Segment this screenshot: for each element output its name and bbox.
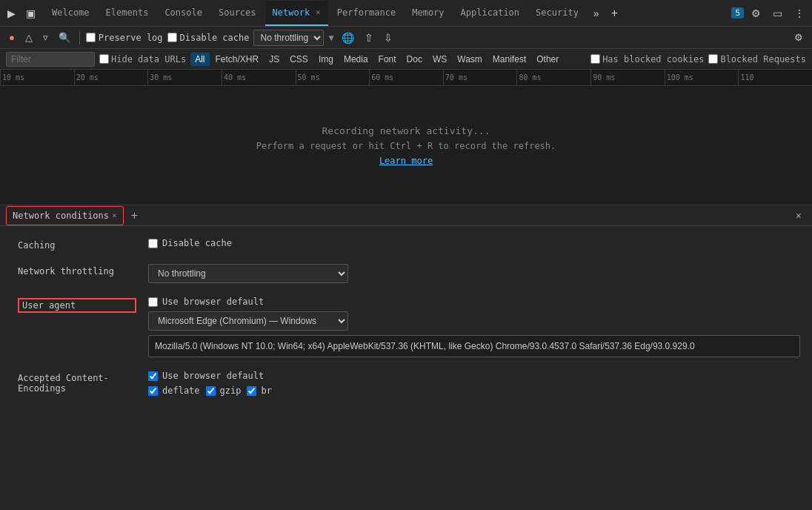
tab-bar-right: 5 ⚙ ▭ ⋮ [731, 5, 809, 21]
has-blocked-cookies-label[interactable]: Has blocked cookies [590, 54, 704, 64]
throttling-row: Network throttling No throttlingFast 3GS… [18, 264, 794, 283]
filter-btn-wasm[interactable]: Wasm [453, 53, 487, 66]
gzip-label[interactable]: gzip [206, 385, 242, 396]
deflate-checkbox[interactable] [148, 386, 158, 396]
filter-btn-img[interactable]: Img [314, 53, 338, 66]
throttling-label: Network throttling [18, 264, 136, 276]
filter-input[interactable] [6, 52, 95, 67]
tab-security[interactable]: Security [528, 1, 586, 26]
tab-bar: ▶ ▣ Welcome Elements Console Sources Net… [0, 0, 812, 27]
ruler-marks: 10 ms20 ms30 ms40 ms50 ms60 ms70 ms80 ms… [0, 70, 812, 86]
has-blocked-cookies-checkbox[interactable] [590, 54, 600, 64]
disable-cache-check-label[interactable]: Disable cache [148, 238, 232, 248]
filter-bar: Hide data URLs AllFetch/XHRJSCSSImgMedia… [0, 49, 812, 70]
add-tab-button[interactable]: + [605, 7, 624, 19]
tab-sources[interactable]: Sources [211, 1, 264, 26]
separator-1 [79, 31, 80, 44]
throttle-select[interactable]: No throttlingFast 3GSlow 3GOffline [253, 30, 324, 46]
filter-button[interactable]: ▿ [40, 30, 51, 44]
filter-btn-css[interactable]: CSS [285, 53, 313, 66]
nc-throttle-select[interactable]: No throttlingFast 3GSlow 3GOfflineAdd... [148, 264, 348, 283]
network-conditions-tab[interactable]: Network conditions × [6, 206, 124, 225]
ruler-mark: 50 ms [296, 70, 370, 86]
nc-disable-cache-checkbox[interactable] [148, 239, 158, 248]
network-settings-button[interactable]: ⚙ [791, 30, 806, 44]
dock-icon[interactable]: ▭ [768, 5, 787, 21]
preserve-log-checkbox[interactable] [86, 33, 96, 42]
search-button[interactable]: 🔍 [56, 30, 73, 44]
nc-ua-select[interactable]: Microsoft Edge (Chromium) — WindowsChrom… [148, 311, 348, 331]
export-har-button[interactable]: ⇩ [381, 30, 396, 45]
caching-label: Caching [18, 238, 136, 251]
nc-ua-string-input[interactable] [148, 335, 800, 357]
network-empty-state: Recording network activity... Perform a … [0, 86, 812, 205]
filter-btn-js[interactable]: JS [264, 53, 284, 66]
tab-elements[interactable]: Elements [99, 1, 156, 26]
tab-bar-nav-icons: ▶ ▣ [3, 5, 40, 21]
tab-network[interactable]: Network × [265, 1, 328, 26]
ruler-mark: 70 ms [443, 70, 517, 86]
filter-bar-right: Has blocked cookies Blocked Requests [590, 54, 806, 64]
close-bottom-panel-button[interactable]: × [791, 208, 806, 223]
ruler-mark: 80 ms [516, 70, 590, 86]
recording-subtitle: Perform a request or hit Ctrl + R to rec… [256, 141, 556, 151]
clear-button[interactable]: △ [22, 30, 36, 44]
preserve-log-label[interactable]: Preserve log [86, 33, 163, 43]
hide-data-urls-label[interactable]: Hide data URLs [99, 54, 186, 64]
filter-btn-manifest[interactable]: Manifest [488, 53, 530, 66]
hide-data-urls-checkbox[interactable] [99, 54, 109, 64]
bottom-panel: Network conditions × + × Caching Disable… [0, 205, 812, 510]
br-label[interactable]: br [247, 385, 271, 396]
tab-performance[interactable]: Performance [330, 1, 403, 26]
ruler-mark: 10 ms [0, 70, 74, 86]
more-options-icon[interactable]: ⋮ [790, 5, 809, 21]
tab-application[interactable]: Application [453, 1, 527, 26]
tab-console[interactable]: Console [157, 1, 210, 26]
tab-network-close[interactable]: × [316, 7, 321, 17]
inspect-icon[interactable]: ▶ [3, 5, 20, 21]
issue-badge[interactable]: 5 [731, 7, 744, 19]
encoding-options-row: deflate gzip br [148, 385, 272, 396]
gzip-checkbox[interactable] [206, 386, 216, 396]
caching-control: Disable cache [148, 238, 232, 248]
filter-btn-doc[interactable]: Doc [402, 53, 427, 66]
filter-btn-ws[interactable]: WS [428, 53, 451, 66]
settings-icon[interactable]: ⚙ [747, 5, 765, 21]
main-content: ● △ ▿ 🔍 Preserve log Disable cache No th… [0, 27, 812, 510]
ruler-mark: 110 [738, 70, 812, 86]
filter-btn-other[interactable]: Other [532, 53, 563, 66]
filter-btn-font[interactable]: Font [374, 53, 401, 66]
import-har-button[interactable]: ⇧ [362, 30, 376, 45]
tab-welcome[interactable]: Welcome [44, 1, 97, 26]
ruler-mark: 30 ms [147, 70, 222, 86]
accepted-encodings-label: Accepted Content- Encodings [18, 371, 136, 394]
br-checkbox[interactable] [247, 386, 256, 396]
filter-btn-media[interactable]: Media [339, 53, 373, 66]
tab-memory[interactable]: Memory [405, 1, 451, 26]
accepted-encodings-row: Accepted Content- Encodings Use browser … [18, 371, 794, 396]
deflate-label[interactable]: deflate [148, 385, 200, 396]
record-button[interactable]: ● [6, 30, 18, 44]
network-conditions-tab-close[interactable]: × [112, 211, 117, 220]
accepted-encodings-control: Use browser default deflate gzip [148, 371, 272, 396]
device-icon[interactable]: ▣ [21, 5, 40, 21]
filter-btn-all[interactable]: All [190, 53, 209, 66]
disable-cache-label[interactable]: Disable cache [167, 33, 250, 43]
blocked-requests-checkbox[interactable] [708, 54, 718, 64]
learn-more-link[interactable]: Learn more [379, 156, 433, 166]
wifi-icon[interactable]: 🌐 [339, 30, 357, 45]
use-browser-default-enc-label[interactable]: Use browser default [148, 371, 272, 381]
add-panel-tab-button[interactable]: + [127, 209, 142, 222]
more-tabs-button[interactable]: » [589, 5, 604, 21]
use-browser-default-ua-checkbox[interactable] [148, 297, 158, 307]
use-browser-default-ua-label[interactable]: Use browser default [148, 297, 800, 307]
blocked-requests-label[interactable]: Blocked Requests [708, 54, 806, 64]
recording-title: Recording network activity... [322, 125, 490, 136]
network-toolbar: ● △ ▿ 🔍 Preserve log Disable cache No th… [0, 27, 812, 49]
ruler-mark: 90 ms [590, 70, 665, 86]
bottom-tab-bar: Network conditions × + × [0, 205, 812, 226]
filter-btn-fetch-xhr[interactable]: Fetch/XHR [211, 53, 264, 66]
disable-cache-checkbox[interactable] [167, 33, 177, 42]
ruler-mark: 60 ms [369, 70, 443, 86]
use-browser-default-enc-checkbox[interactable] [148, 371, 158, 381]
